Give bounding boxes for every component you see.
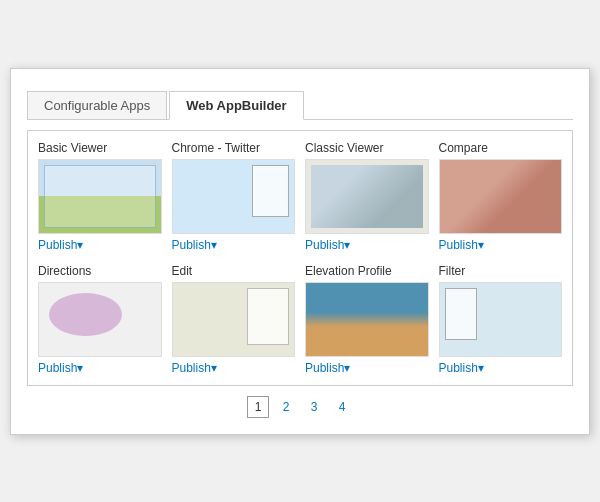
page-button-2[interactable]: 2 [275, 396, 297, 418]
pagination: 1234 [27, 396, 573, 418]
apps-grid: Basic ViewerPublish▾Chrome - TwitterPubl… [38, 141, 562, 375]
app-item-edit: EditPublish▾ [172, 264, 296, 375]
app-thumbnail-elevation-profile[interactable] [305, 282, 429, 357]
tab-configurable-apps[interactable]: Configurable Apps [27, 91, 167, 119]
app-item-basic-viewer: Basic ViewerPublish▾ [38, 141, 162, 252]
app-thumbnail-compare[interactable] [439, 159, 563, 234]
app-name-compare: Compare [439, 141, 563, 155]
app-thumbnail-edit[interactable] [172, 282, 296, 357]
app-name-directions: Directions [38, 264, 162, 278]
app-item-elevation-profile: Elevation ProfilePublish▾ [305, 264, 429, 375]
publish-link-chrome-twitter[interactable]: Publish▾ [172, 238, 296, 252]
page-button-3[interactable]: 3 [303, 396, 325, 418]
tab-bar: Configurable Apps Web AppBuilder [27, 91, 573, 120]
tab-web-appbuilder[interactable]: Web AppBuilder [169, 91, 303, 120]
app-name-basic-viewer: Basic Viewer [38, 141, 162, 155]
app-thumbnail-filter[interactable] [439, 282, 563, 357]
app-item-compare: ComparePublish▾ [439, 141, 563, 252]
app-item-filter: FilterPublish▾ [439, 264, 563, 375]
app-item-classic-viewer: Classic ViewerPublish▾ [305, 141, 429, 252]
publish-link-basic-viewer[interactable]: Publish▾ [38, 238, 162, 252]
publish-link-classic-viewer[interactable]: Publish▾ [305, 238, 429, 252]
app-name-elevation-profile: Elevation Profile [305, 264, 429, 278]
app-name-filter: Filter [439, 264, 563, 278]
app-thumbnail-basic-viewer[interactable] [38, 159, 162, 234]
app-name-classic-viewer: Classic Viewer [305, 141, 429, 155]
publish-link-filter[interactable]: Publish▾ [439, 361, 563, 375]
app-name-edit: Edit [172, 264, 296, 278]
page-button-1[interactable]: 1 [247, 396, 269, 418]
app-name-chrome-twitter: Chrome - Twitter [172, 141, 296, 155]
publish-link-edit[interactable]: Publish▾ [172, 361, 296, 375]
app-thumbnail-chrome-twitter[interactable] [172, 159, 296, 234]
make-web-application-dialog: Configurable Apps Web AppBuilder Basic V… [10, 68, 590, 435]
publish-link-directions[interactable]: Publish▾ [38, 361, 162, 375]
app-item-directions: DirectionsPublish▾ [38, 264, 162, 375]
apps-grid-container: Basic ViewerPublish▾Chrome - TwitterPubl… [27, 130, 573, 386]
app-thumbnail-classic-viewer[interactable] [305, 159, 429, 234]
publish-link-elevation-profile[interactable]: Publish▾ [305, 361, 429, 375]
page-button-4[interactable]: 4 [331, 396, 353, 418]
app-item-chrome-twitter: Chrome - TwitterPublish▾ [172, 141, 296, 252]
app-thumbnail-directions[interactable] [38, 282, 162, 357]
publish-link-compare[interactable]: Publish▾ [439, 238, 563, 252]
